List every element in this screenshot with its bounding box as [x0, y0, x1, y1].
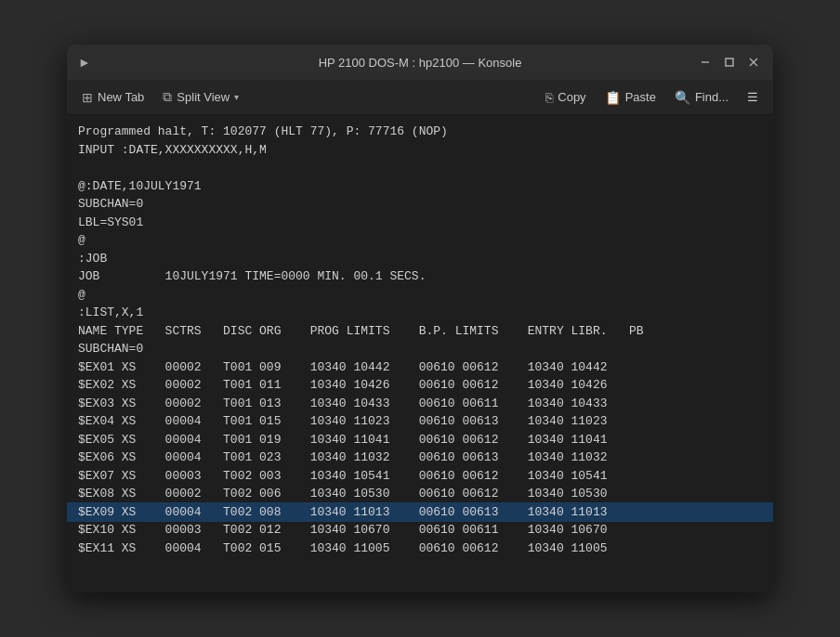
- split-view-chevron-icon: ▾: [234, 92, 239, 102]
- maximize-button[interactable]: [721, 54, 738, 71]
- menu-icon: ☰: [747, 90, 758, 104]
- terminal-line: :JOB: [78, 250, 762, 268]
- terminal-line: $EX01 XS 00002 T001 009 10340 10442 0061…: [78, 358, 762, 377]
- find-icon: 🔍: [675, 90, 690, 105]
- terminal-line: $EX06 XS 00004 T001 023 10340 11032 0061…: [78, 448, 762, 467]
- new-tab-button[interactable]: ⊞ New Tab: [74, 86, 151, 109]
- find-label: Find...: [695, 90, 728, 104]
- copy-label: Copy: [558, 90, 585, 104]
- new-tab-label: New Tab: [98, 90, 144, 104]
- terminal-line: @:DATE,10JULY1971: [78, 177, 762, 196]
- window-title: HP 2100 DOS-M : hp2100 — Konsole: [319, 56, 522, 70]
- terminal-line: JOB 10JULY1971 TIME=0000 MIN. 00.1 SECS.: [78, 267, 762, 286]
- terminal-line: :LIST,X,1: [78, 304, 762, 322]
- terminal-line: Programmed halt, T: 102077 (HLT 77), P: …: [78, 123, 762, 141]
- terminal-line: INPUT :DATE,XXXXXXXXXX,H,M: [78, 141, 762, 160]
- terminal-line: @: [78, 286, 762, 305]
- terminal-line: LBL=SYS01: [78, 214, 762, 232]
- paste-label: Paste: [625, 90, 656, 104]
- title-bar-left: ►: [78, 55, 91, 70]
- terminal-window: ► HP 2100 DOS-M : hp2100 — Konsole ⊞ New…: [67, 45, 773, 592]
- terminal-line: $EX05 XS 00004 T001 019 10340 11041 0061…: [78, 431, 762, 449]
- toolbar: ⊞ New Tab ⧉ Split View ▾ ⎘ Copy 📋 Paste …: [67, 80, 773, 115]
- split-view-label: Split View: [177, 90, 230, 104]
- terminal-body: Programmed halt, T: 102077 (HLT 77), P: …: [67, 115, 773, 592]
- terminal-line: SUBCHAN=0: [78, 195, 762, 214]
- copy-icon: ⎘: [545, 90, 553, 105]
- paste-icon: 📋: [605, 90, 621, 105]
- split-view-icon: ⧉: [163, 89, 172, 105]
- new-tab-icon: ⊞: [82, 90, 93, 105]
- menu-button[interactable]: ☰: [740, 86, 766, 108]
- terminal-line: @: [78, 231, 762, 250]
- minimize-button[interactable]: [697, 54, 714, 71]
- terminal-line: $EX03 XS 00002 T001 013 10340 10433 0061…: [78, 395, 762, 413]
- terminal-line: $EX02 XS 00002 T001 011 10340 10426 0061…: [78, 376, 762, 395]
- terminal-line: $EX10 XS 00003 T002 012 10340 10670 0061…: [78, 521, 762, 540]
- terminal-line: $EX04 XS 00004 T001 015 10340 11023 0061…: [78, 412, 762, 431]
- svg-rect-1: [726, 58, 733, 66]
- terminal-output[interactable]: Programmed halt, T: 102077 (HLT 77), P: …: [67, 115, 773, 592]
- terminal-line: $EX09 XS 00004 T002 008 10340 11013 0061…: [67, 502, 773, 523]
- find-button[interactable]: 🔍 Find...: [667, 86, 736, 109]
- terminal-line: $EX11 XS 00004 T002 015 10340 11005 0061…: [78, 540, 762, 558]
- terminal-line: $EX07 XS 00003 T002 003 10340 10541 0061…: [78, 467, 762, 486]
- terminal-line: [78, 159, 762, 177]
- split-view-button[interactable]: ⧉ Split View ▾: [155, 85, 246, 109]
- terminal-line: NAME TYPE SCTRS DISC ORG PROG LIMITS B.P…: [78, 322, 762, 341]
- close-button[interactable]: [745, 54, 762, 71]
- title-bar-controls: [697, 54, 762, 71]
- terminal-icon: ►: [78, 55, 91, 70]
- copy-button[interactable]: ⎘ Copy: [538, 86, 593, 109]
- terminal-line: $EX08 XS 00002 T002 006 10340 10530 0061…: [78, 485, 762, 503]
- title-bar: ► HP 2100 DOS-M : hp2100 — Konsole: [67, 45, 773, 80]
- terminal-line: SUBCHAN=0: [78, 340, 762, 358]
- paste-button[interactable]: 📋 Paste: [597, 86, 663, 109]
